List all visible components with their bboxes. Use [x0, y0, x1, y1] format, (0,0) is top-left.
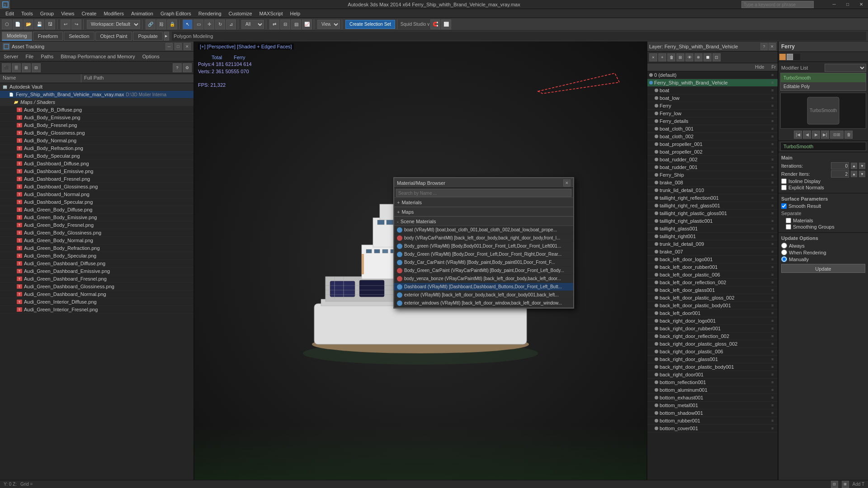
- layer-list-item[interactable]: taillight_right001≡: [647, 233, 778, 240]
- layer-list-item[interactable]: back_left_door_plastic_gloss_002≡: [647, 294, 778, 302]
- menu-maxscript[interactable]: MAXScript: [256, 9, 287, 18]
- mat-list-item[interactable]: exterior_windows (VRayMtl) [back_left_do…: [394, 299, 573, 307]
- asset-menu-server[interactable]: Server: [0, 52, 22, 61]
- layer-list-item[interactable]: back_left_door001≡: [647, 310, 778, 317]
- layer-list-item[interactable]: Ferry≡: [647, 102, 778, 110]
- layer-list-item[interactable]: bottom_rubber001≡: [647, 417, 778, 425]
- layer-list-item[interactable]: 0 (default)≡: [647, 71, 778, 79]
- layer-tb-delete[interactable]: 🗑: [667, 53, 675, 61]
- layer-tb-5[interactable]: ⊡: [712, 53, 721, 61]
- asset-menu-file[interactable]: File: [22, 52, 37, 61]
- layer-tb-1[interactable]: ×: [649, 53, 657, 61]
- layer-list-item[interactable]: taillight_glass001≡: [647, 225, 778, 233]
- asset-menu-bitmap[interactable]: Bitmap Performance and Memory: [57, 52, 138, 61]
- layer-tb-render[interactable]: 🔲: [703, 53, 712, 61]
- tab-expand-btn[interactable]: ▸: [164, 32, 169, 41]
- layer-list-item[interactable]: boat_cloth_001≡: [647, 125, 778, 133]
- tab-freeform[interactable]: Freeform: [33, 32, 63, 41]
- nav-btn-4[interactable]: ▶|: [821, 131, 829, 139]
- tb-select-region[interactable]: ▭: [193, 19, 203, 29]
- asset-tb-1[interactable]: ⬛: [2, 63, 11, 72]
- asset-menu-options[interactable]: Options: [139, 52, 163, 61]
- layer-list-item[interactable]: bottom_aluminum001≡: [647, 386, 778, 394]
- layer-list-item[interactable]: bottom_metal001≡: [647, 402, 778, 409]
- all-dropdown[interactable]: All: [241, 20, 264, 29]
- turbosmoothEntry[interactable]: TurboSmooth: [781, 73, 866, 82]
- keyword-search[interactable]: [741, 1, 814, 8]
- mat-list-item[interactable]: boat (VRayMtl) [boat,boat_cloth_001,boat…: [394, 226, 573, 234]
- layer-list-item[interactable]: bottom_cover001≡: [647, 425, 778, 432]
- smoothing-groups-checkbox[interactable]: [786, 224, 791, 230]
- layer-list-item[interactable]: Ferry_Ship≡: [647, 171, 778, 179]
- asset-list-item[interactable]: TAudi_Green_Body_Specular.png: [0, 252, 193, 260]
- asset-list-item[interactable]: TAudi_Green_Body_Refraction.png: [0, 244, 193, 252]
- tb-link[interactable]: 🔗: [146, 19, 156, 29]
- tb-snap[interactable]: 🧲: [430, 19, 440, 29]
- asset-list-item[interactable]: TAudi_Green_Interior_Diffuse.png: [0, 298, 193, 306]
- layer-list-item[interactable]: back_right_door_reflection_002≡: [647, 333, 778, 340]
- asset-list-item[interactable]: 📁Maps / Shaders: [0, 99, 193, 106]
- color-swatch-1[interactable]: [779, 54, 786, 60]
- mat-scene-header[interactable]: - Scene Materials: [394, 217, 573, 226]
- layer-list-item[interactable]: brake_007≡: [647, 248, 778, 256]
- layer-list-item[interactable]: back_right_door_plastic_006≡: [647, 348, 778, 356]
- asset-tb-2[interactable]: ☰: [12, 63, 21, 72]
- layer-list-item[interactable]: boat_cloth_002≡: [647, 133, 778, 141]
- tb-save-as[interactable]: 🖫: [45, 19, 55, 29]
- asset-list[interactable]: 🏢Autodesk Vault📄Ferry_Ship_whith_Brand_V…: [0, 83, 193, 480]
- mat-list-item[interactable]: body_venza_bonze (VRayCarPaintMtl) [back…: [394, 275, 573, 283]
- asset-minimize-btn[interactable]: ─: [165, 43, 173, 50]
- asset-list-item[interactable]: TAudi_Body_Fresnel.png: [0, 122, 193, 129]
- menu-edit[interactable]: Edit: [2, 9, 18, 18]
- menu-modifiers[interactable]: Modifiers: [100, 9, 127, 18]
- layer-list-item[interactable]: back_right_door_plastic_body001≡: [647, 363, 778, 371]
- layer-list-item[interactable]: back_right_door_rubber001≡: [647, 325, 778, 333]
- layer-list-item[interactable]: back_left_door_reflection_002≡: [647, 279, 778, 286]
- asset-tb-4[interactable]: ⊟: [32, 63, 41, 72]
- asset-list-item[interactable]: TAudi_Body_Glossiness.png: [0, 129, 193, 137]
- layer-list-item[interactable]: back_left_door_glass001≡: [647, 286, 778, 294]
- tab-modeling[interactable]: Modeling: [2, 32, 32, 41]
- asset-restore-btn[interactable]: □: [175, 43, 182, 50]
- nav-btn-3[interactable]: ▶: [812, 131, 820, 139]
- viewport[interactable]: [+] [Perspective] [Shaded + Edged Faces]…: [194, 42, 646, 480]
- asset-list-item[interactable]: TAudi_Dashboard_Emissive.png: [0, 168, 193, 175]
- layer-list-item[interactable]: back_left_door_plastic_body001≡: [647, 302, 778, 310]
- nav-btn-2[interactable]: ◀: [803, 131, 811, 139]
- layer-list-item[interactable]: taillight_right_plastic001≡: [647, 217, 778, 225]
- asset-menu-paths[interactable]: Paths: [37, 52, 57, 61]
- tb-icon-1[interactable]: ⬡: [2, 19, 12, 29]
- tb-undo[interactable]: ↩: [61, 19, 71, 29]
- asset-list-item[interactable]: TAudi_Dashboard_Specular.png: [0, 198, 193, 206]
- layer-list-item[interactable]: boat_rudder_001≡: [647, 164, 778, 171]
- asset-list-item[interactable]: TAudi_Body_Specular.png: [0, 152, 193, 160]
- mat-maps-header[interactable]: + Maps: [394, 207, 573, 216]
- asset-list-item[interactable]: TAudi_Body_Normal.png: [0, 137, 193, 145]
- tab-selection[interactable]: Selection: [64, 32, 94, 41]
- mat-list-item[interactable]: Dashboard (VRayMtl) [Dashboard,Dashboard…: [394, 283, 573, 291]
- render-iters-up[interactable]: ▲: [851, 171, 857, 177]
- layer-list-item[interactable]: Ferry_Ship_whith_Brand_Vehicle≡: [647, 79, 778, 87]
- modifier-list-select[interactable]: [825, 64, 866, 72]
- status-tb-1[interactable]: ⊡: [831, 481, 838, 488]
- asset-list-item[interactable]: TAudi_Green_Body_Normal.png: [0, 237, 193, 244]
- render-iters-input[interactable]: [831, 170, 849, 178]
- update-button[interactable]: Update: [781, 264, 865, 273]
- layer-list[interactable]: 0 (default)≡Ferry_Ship_whith_Brand_Vehic…: [647, 71, 778, 480]
- tb-move[interactable]: ✛: [204, 19, 214, 29]
- layer-list-item[interactable]: boat_propeller_001≡: [647, 141, 778, 148]
- workspace-dropdown[interactable]: Workspace: Default: [87, 20, 140, 29]
- layer-tb-merge[interactable]: ⊞: [676, 53, 684, 61]
- layer-list-item[interactable]: boat_low≡: [647, 94, 778, 102]
- layer-list-item[interactable]: back_right_door_logo001≡: [647, 317, 778, 325]
- layer-tb-new[interactable]: +: [658, 53, 666, 61]
- manually-radio[interactable]: [781, 256, 787, 262]
- asset-list-item[interactable]: TAudi_Dashboard_Normal.png: [0, 191, 193, 198]
- tb-scale[interactable]: ⊿: [226, 19, 236, 29]
- layer-list-item[interactable]: back_left_door_logo001≡: [647, 256, 778, 263]
- nav-btn-6[interactable]: 🗑: [844, 131, 853, 139]
- nav-btn-1[interactable]: |◀: [794, 131, 802, 139]
- menu-tools[interactable]: Tools: [18, 9, 37, 18]
- menu-animation[interactable]: Animation: [127, 9, 157, 18]
- menu-group[interactable]: Group: [37, 9, 58, 18]
